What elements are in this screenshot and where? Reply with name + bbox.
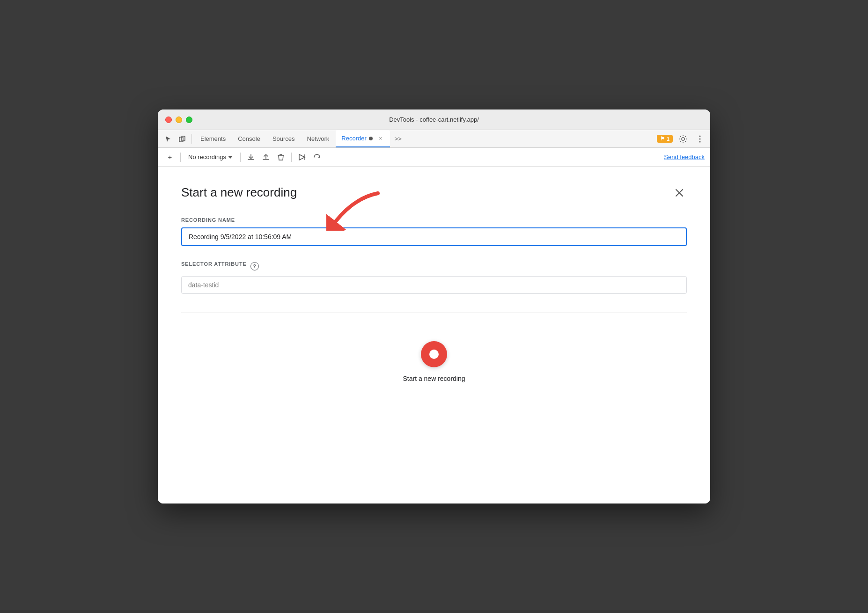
svg-point-5 — [699, 138, 701, 139]
export-button[interactable] — [244, 151, 257, 164]
notification-count: 1 — [667, 136, 669, 142]
tabs-right-controls: ⚑ 1 — [657, 132, 706, 146]
delete-icon — [278, 153, 284, 161]
delete-button[interactable] — [274, 151, 287, 164]
tab-recorder-close[interactable]: × — [377, 135, 384, 142]
close-dialog-button[interactable] — [672, 185, 687, 200]
section-divider — [181, 313, 687, 313]
start-recording-label: Start a new recording — [403, 375, 465, 382]
tab-sources[interactable]: Sources — [267, 130, 301, 147]
tab-recorder[interactable]: Recorder × — [336, 130, 390, 147]
play-icon — [298, 154, 306, 161]
more-tabs-button[interactable]: >> — [391, 133, 405, 144]
recorder-dot-icon — [368, 136, 373, 141]
svg-point-4 — [699, 135, 701, 137]
recording-name-label: RECORDING NAME — [181, 217, 687, 223]
svg-point-6 — [699, 141, 701, 142]
window-title: DevTools - coffee-cart.netlify.app/ — [389, 116, 479, 123]
start-recording-section: Start a new recording — [181, 332, 687, 382]
import-button[interactable] — [259, 151, 272, 164]
tab-console[interactable]: Console — [232, 130, 266, 147]
tabs-bar: Elements Console Sources Network Recorde… — [158, 130, 710, 148]
svg-point-2 — [369, 137, 373, 140]
svg-point-3 — [682, 138, 684, 140]
recorder-toolbar: + No recordings — [158, 148, 710, 167]
import-icon — [262, 153, 270, 161]
main-content: Start a new recording RECORDING NAME — [158, 167, 710, 504]
selector-attribute-input[interactable] — [181, 276, 687, 294]
devtools-window: DevTools - coffee-cart.netlify.app/ Elem… — [158, 109, 710, 504]
title-bar: DevTools - coffee-cart.netlify.app/ — [158, 109, 710, 130]
close-window-button[interactable] — [165, 117, 172, 123]
dialog-header: Start a new recording — [181, 185, 687, 200]
more-options-icon[interactable] — [693, 132, 706, 146]
chevron-down-icon — [228, 156, 233, 159]
selector-help-icon[interactable]: ? — [250, 262, 259, 270]
settings-icon[interactable] — [677, 132, 690, 146]
device-toolbar-icon[interactable] — [176, 132, 189, 146]
close-icon — [675, 189, 684, 197]
tab-elements[interactable]: Elements — [195, 130, 231, 147]
add-recording-button[interactable]: + — [163, 151, 177, 164]
play-button[interactable] — [295, 151, 309, 164]
dialog-title: Start a new recording — [181, 185, 297, 200]
recording-name-section: RECORDING NAME — [181, 217, 687, 246]
replay-icon — [313, 154, 321, 161]
start-recording-button[interactable] — [421, 341, 447, 367]
selector-attribute-label: SELECTOR ATTRIBUTE — [181, 261, 247, 267]
notification-badge[interactable]: ⚑ 1 — [657, 135, 673, 143]
maximize-window-button[interactable] — [186, 117, 192, 123]
recording-name-input[interactable] — [181, 227, 687, 246]
selector-attribute-section: SELECTOR ATTRIBUTE ? — [181, 261, 687, 294]
traffic-lights — [165, 117, 192, 123]
minimize-window-button[interactable] — [176, 117, 182, 123]
cursor-tool-icon[interactable] — [162, 132, 175, 146]
notification-icon: ⚑ — [660, 136, 665, 142]
tab-network[interactable]: Network — [302, 130, 335, 147]
replay-button[interactable] — [310, 151, 324, 164]
send-feedback-button[interactable]: Send feedback — [664, 153, 705, 161]
export-icon — [247, 153, 255, 161]
selector-label-row: SELECTOR ATTRIBUTE ? — [181, 261, 687, 271]
record-button-inner — [429, 350, 439, 359]
recordings-dropdown[interactable]: No recordings — [184, 152, 236, 162]
